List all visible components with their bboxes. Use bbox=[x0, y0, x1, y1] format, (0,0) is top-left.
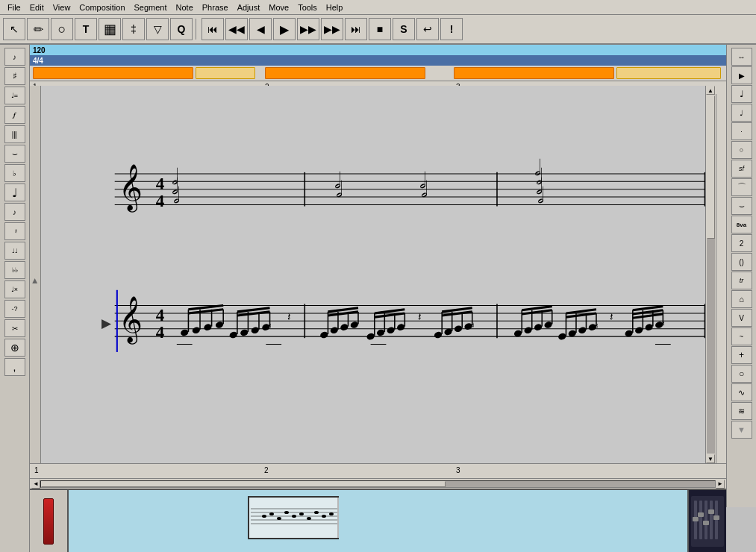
menu-file[interactable]: File bbox=[3, 1, 25, 13]
pattern-block-4[interactable] bbox=[454, 67, 614, 79]
sidebar-sharp-btn[interactable]: ♯ bbox=[4, 67, 25, 85]
v-scroll-thumb[interactable] bbox=[707, 95, 715, 239]
rs-plus[interactable]: + bbox=[731, 346, 752, 364]
menu-phrase[interactable]: Phrase bbox=[198, 1, 233, 13]
rs-wave1[interactable]: ∿ bbox=[731, 383, 752, 401]
rs-wave2[interactable]: ≋ bbox=[731, 402, 752, 420]
sidebar-note-btn[interactable]: ♪ bbox=[4, 203, 25, 221]
sidebar-tie-btn[interactable]: ♭ bbox=[4, 164, 25, 182]
menu-note[interactable]: Note bbox=[172, 1, 198, 13]
menu-edit[interactable]: Edit bbox=[25, 1, 49, 13]
right-sidebar: ↔ ▶ ♩ ♩ · ○ sf ⌒ ⌣ 8va 2 () tr ⌂ V ~ + ○… bbox=[726, 45, 756, 507]
rewind-btn[interactable]: ◀◀ bbox=[225, 18, 248, 40]
solo-btn[interactable]: S bbox=[393, 18, 415, 40]
rewind-start-btn[interactable]: ⏮ bbox=[202, 18, 224, 40]
sidebar-ped-btn[interactable]: |‖ bbox=[4, 125, 25, 143]
rs-8va[interactable]: 8va bbox=[731, 216, 752, 233]
sidebar-grace-btn[interactable]: ♩× bbox=[4, 280, 25, 298]
sidebar-clef-btn[interactable]: ♪ bbox=[4, 48, 25, 66]
rs-arrow2[interactable]: V bbox=[731, 309, 752, 327]
text-tool-btn[interactable]: T bbox=[75, 18, 97, 40]
draw-tool-btn[interactable]: ✏ bbox=[27, 18, 49, 40]
grid-tool-btn[interactable]: ▦ bbox=[99, 18, 121, 40]
menu-view[interactable]: View bbox=[49, 1, 75, 13]
h-scroll-thumb[interactable] bbox=[41, 481, 446, 487]
h-scroll-track[interactable] bbox=[40, 480, 716, 488]
end-btn[interactable]: ⏭ bbox=[345, 18, 367, 40]
select-tool-btn[interactable]: ↖ bbox=[3, 18, 25, 40]
sidebar-tuplet-btn[interactable]: -? bbox=[4, 300, 25, 318]
main-content: 120 4/4 1 2 3 ▶ bbox=[30, 45, 726, 552]
sidebar-dyn-btn[interactable]: 𝆑 bbox=[4, 106, 25, 124]
sidebar-tempo-btn[interactable]: ♩= bbox=[4, 87, 25, 104]
svg-point-133 bbox=[262, 515, 266, 518]
rs-curve1[interactable]: ⌒ bbox=[731, 178, 752, 196]
h-scrollbar[interactable]: ◄ ► bbox=[30, 478, 726, 489]
sidebar-comma-btn[interactable]: , bbox=[4, 358, 25, 376]
rs-btn-1[interactable]: ↔ bbox=[731, 48, 752, 66]
rs-trill[interactable]: tr bbox=[731, 272, 752, 289]
rs-note-1[interactable]: ♩ bbox=[731, 85, 752, 103]
sidebar-chord-btn[interactable]: ♭♭ bbox=[4, 261, 25, 279]
pattern-block-1[interactable] bbox=[33, 67, 193, 79]
loop-btn[interactable]: ↩ bbox=[416, 18, 439, 40]
sidebar-rest-btn[interactable]: 𝄽 bbox=[4, 222, 25, 240]
svg-text:𝄞: 𝄞 bbox=[119, 164, 143, 213]
filter-tool-btn[interactable]: ▽ bbox=[146, 18, 169, 40]
svg-point-113 bbox=[644, 323, 654, 331]
rs-note-3[interactable]: · bbox=[731, 122, 752, 140]
v-scroll-up[interactable]: ▲ bbox=[706, 86, 715, 95]
menu-segment[interactable]: Segment bbox=[130, 1, 172, 13]
pattern-block-3[interactable] bbox=[265, 67, 425, 79]
overview-viewport[interactable] bbox=[248, 496, 339, 539]
pattern-block-2[interactable] bbox=[196, 67, 255, 79]
rs-arp[interactable]: ~ bbox=[731, 327, 752, 345]
score-main[interactable]: 𝄞 4 4 𝅗𝅥 𝅗𝅥 𝅗𝅥 𝅗𝅥 𝅗𝅥 𝅗𝅥 𝅗𝅥 bbox=[41, 86, 716, 463]
metronome-btn[interactable]: ! bbox=[440, 18, 463, 40]
menu-tools[interactable]: Tools bbox=[293, 1, 322, 13]
menu-help[interactable]: Help bbox=[322, 1, 348, 13]
rs-sf[interactable]: sf bbox=[731, 160, 752, 178]
rs-curve2[interactable]: ⌣ bbox=[731, 197, 752, 215]
svg-point-57 bbox=[329, 326, 339, 334]
ff-btn[interactable]: ▶▶ bbox=[297, 18, 319, 40]
rs-circle[interactable]: ○ bbox=[731, 365, 752, 383]
rs-arrow1[interactable]: ⌂ bbox=[731, 290, 752, 308]
svg-text:▶: ▶ bbox=[101, 316, 112, 330]
v-scroll-track[interactable] bbox=[707, 95, 715, 454]
menu-adjust[interactable]: Adjust bbox=[233, 1, 265, 13]
menu-composition[interactable]: Composition bbox=[75, 1, 129, 13]
h-scroll-right[interactable]: ► bbox=[716, 480, 725, 489]
sidebar-dot-btn[interactable]: ♩♩ bbox=[4, 242, 25, 260]
prev-btn[interactable]: ◀ bbox=[249, 18, 272, 40]
menu-move[interactable]: Move bbox=[264, 1, 293, 13]
sidebar-art-btn[interactable]: ♩ bbox=[4, 184, 25, 201]
erase-tool-btn[interactable]: ○ bbox=[51, 18, 73, 40]
h-scroll-left[interactable]: ◄ bbox=[31, 480, 40, 489]
rs-down[interactable]: ▼ bbox=[731, 421, 752, 439]
svg-point-136 bbox=[284, 511, 289, 514]
rs-num[interactable]: 2 bbox=[731, 234, 752, 252]
sidebar-scissors-btn[interactable]: ✂ bbox=[4, 319, 25, 337]
pattern-block-5[interactable] bbox=[616, 67, 721, 79]
v-scroll-down[interactable]: ▼ bbox=[706, 454, 715, 463]
sidebar-circle-btn[interactable]: ⊕ bbox=[4, 339, 25, 357]
mini-score-svg bbox=[249, 498, 339, 538]
svg-text:♯: ♯ bbox=[661, 320, 665, 328]
overview-minimap[interactable] bbox=[69, 490, 687, 552]
rs-note-4[interactable]: ○ bbox=[731, 141, 752, 159]
toolbar: ↖ ✏ ○ T ▦ ‡ ▽ Q ⏮ ◀◀ ◀ ▶ ▶▶ ▶▶ ⏭ ■ S ↩ ! bbox=[0, 15, 756, 45]
quantize-tool-btn[interactable]: Q bbox=[170, 18, 193, 40]
sidebar-slur-btn[interactable]: ⌣ bbox=[4, 145, 25, 163]
svg-point-45 bbox=[240, 328, 249, 336]
v-scrollbar[interactable]: ▲ ▼ bbox=[705, 86, 716, 463]
rs-note-2[interactable]: ♩ bbox=[731, 104, 752, 122]
step-tool-btn[interactable]: ‡ bbox=[122, 18, 145, 40]
ff2-btn[interactable]: ▶▶ bbox=[321, 18, 343, 40]
overview-panel bbox=[30, 489, 726, 552]
stop-btn[interactable]: ■ bbox=[369, 18, 391, 40]
svg-rect-152 bbox=[708, 509, 714, 514]
rs-paren[interactable]: () bbox=[731, 253, 752, 271]
play-btn[interactable]: ▶ bbox=[273, 18, 296, 40]
rs-btn-2[interactable]: ▶ bbox=[731, 66, 752, 84]
